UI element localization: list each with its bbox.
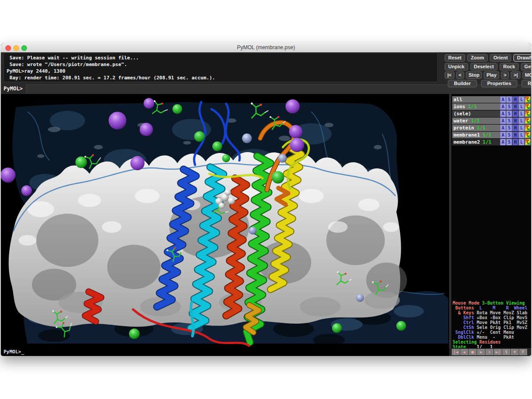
object-name[interactable]: membrane1 — [452, 132, 480, 138]
color-menu-button[interactable]: C — [525, 139, 531, 145]
selecting-value[interactable]: Residues — [477, 340, 501, 344]
label-menu-button[interactable]: L — [519, 117, 524, 124]
frame-menu-button[interactable]: ▼ — [511, 349, 519, 355]
frame-prev-button[interactable]: ◀ — [460, 349, 468, 355]
mouse-ctrl-label: Ctrl — [453, 320, 474, 325]
console-line: Save: Please wait -- writing session fil… — [7, 55, 437, 61]
console-line: Save: wrote "/Users/piotr/membrane.pse". — [7, 61, 437, 68]
object-row-sele: (sele) A S H L C — [452, 110, 531, 117]
object-row-ions: ions 1/1 A S H L C — [452, 103, 531, 110]
object-state-count: 1/1 — [480, 139, 492, 145]
show-menu-button[interactable]: S — [506, 96, 512, 103]
object-name[interactable]: all — [452, 97, 462, 102]
play-button[interactable]: Play — [484, 71, 499, 79]
scene-button[interactable]: S — [502, 349, 510, 355]
label-menu-button[interactable]: L — [519, 96, 524, 103]
rock-button[interactable]: Rock — [500, 63, 519, 70]
viewport-command-prompt[interactable]: PyMOL>_ — [4, 349, 24, 355]
show-menu-button[interactable]: S — [506, 139, 512, 145]
frame-play-button[interactable]: ▶ — [477, 349, 485, 355]
show-menu-button[interactable]: S — [506, 125, 512, 131]
frame-first-button[interactable]: |◀ — [452, 349, 460, 355]
hide-menu-button[interactable]: H — [512, 96, 518, 103]
fullscreen-button[interactable]: F — [519, 349, 527, 355]
builder-button[interactable]: Builder — [448, 80, 477, 87]
show-menu-button[interactable]: S — [506, 117, 512, 124]
hide-menu-button[interactable]: H — [512, 117, 518, 124]
action-menu-button[interactable]: A — [500, 139, 506, 145]
color-menu-button[interactable]: C — [525, 110, 531, 117]
frame-last-button[interactable]: ▶| — [494, 349, 502, 355]
unpick-button[interactable]: Unpick — [445, 63, 468, 70]
mouse-keys-values: Rota Move MovZ Slab — [474, 310, 527, 315]
action-menu-button[interactable]: A — [500, 117, 506, 124]
object-name[interactable]: membrane2 — [452, 139, 480, 145]
action-menu-button[interactable]: A — [500, 96, 506, 103]
show-menu-button[interactable]: S — [506, 103, 512, 110]
object-state-count: 1/1 — [474, 125, 485, 131]
frame-playback-bar: |◀ ◀ ■ ▶ > ▶| S ▼ F — [449, 348, 531, 356]
color-menu-button[interactable]: C — [525, 103, 531, 110]
hide-menu-button[interactable]: H — [512, 125, 518, 131]
zoom-button[interactable]: Zoom — [467, 54, 488, 62]
object-name[interactable]: (sele) — [452, 111, 471, 117]
object-state-count: 1/1 — [468, 118, 480, 124]
color-menu-button[interactable]: C — [525, 117, 531, 124]
color-menu-button[interactable]: C — [525, 132, 531, 138]
step-back-button[interactable]: < — [456, 71, 464, 79]
show-menu-button[interactable]: S — [506, 132, 512, 138]
stop-button[interactable]: Stop — [466, 71, 482, 79]
action-menu-button[interactable]: A — [500, 110, 506, 117]
get-view-button[interactable]: Get View — [521, 63, 531, 70]
object-row-protein: protein 1/1 A S H L C — [452, 125, 531, 131]
object-name[interactable]: protein — [452, 125, 474, 131]
label-menu-button[interactable]: L — [519, 103, 524, 110]
console-log: Save: Please wait -- writing session fil… — [4, 53, 438, 82]
orient-button[interactable]: Orient — [490, 54, 511, 62]
internal-gui-panel: all A S H L C ions 1/1 A S H L C — [449, 94, 531, 348]
show-menu-button[interactable]: S — [506, 110, 512, 117]
object-name[interactable]: water — [452, 118, 468, 124]
selecting-label[interactable]: Selecting — [453, 340, 477, 344]
mclear-button[interactable]: MClear — [522, 71, 531, 79]
skip-to-end-button[interactable]: >| — [511, 71, 520, 79]
skip-to-start-button[interactable]: |< — [445, 71, 454, 79]
hide-menu-button[interactable]: H — [512, 139, 518, 145]
rebuild-button[interactable]: Rebuild — [521, 80, 531, 87]
molecular-scene — [1, 94, 449, 348]
action-menu-button[interactable]: A — [500, 103, 506, 110]
object-row-membrane1: membrane1 1/1 A S H L C — [452, 132, 531, 138]
mouse-buttons-label: Buttons — [453, 305, 474, 310]
action-menu-button[interactable]: A — [500, 125, 506, 131]
mouse-keys-label: & Keys — [453, 310, 474, 315]
mouse-mode-panel: Mouse Mode 3-Button Viewing Buttons L M … — [453, 301, 531, 349]
titlebar: PyMOL (membrane.pse) — [1, 43, 531, 53]
command-prompt-label: PyMOL> — [4, 86, 23, 92]
label-menu-button[interactable]: L — [519, 110, 524, 117]
action-menu-button[interactable]: A — [500, 132, 506, 138]
label-menu-button[interactable]: L — [519, 139, 524, 145]
control-row-2: Unpick Deselect Rock Get View — [445, 63, 531, 70]
label-menu-button[interactable]: L — [519, 125, 524, 131]
label-menu-button[interactable]: L — [519, 132, 524, 138]
properties-button[interactable]: Properties — [481, 80, 517, 87]
prompt-text: PyMOL> — [4, 349, 21, 355]
draw-ray-button[interactable]: Draw/Ray▾ — [513, 54, 531, 62]
top-panel: Save: Please wait -- writing session fil… — [1, 52, 531, 94]
frame-stop-button[interactable]: ■ — [469, 349, 477, 355]
deselect-button[interactable]: Deselect — [470, 63, 497, 70]
mouse-mode-label[interactable]: Mouse Mode — [453, 301, 479, 305]
step-forward-button[interactable]: > — [501, 71, 509, 79]
pymol-window: PyMOL (membrane.pse) Save: Please wait -… — [1, 43, 531, 356]
color-menu-button[interactable]: C — [525, 125, 531, 131]
reset-button[interactable]: Reset — [445, 54, 465, 62]
frame-next-button[interactable]: > — [485, 349, 493, 355]
hide-menu-button[interactable]: H — [512, 110, 518, 117]
hide-menu-button[interactable]: H — [512, 132, 518, 138]
control-row-1: Reset Zoom Orient Draw/Ray▾ — [445, 54, 531, 62]
hide-menu-button[interactable]: H — [512, 103, 518, 110]
color-menu-button[interactable]: C — [525, 96, 531, 103]
mouse-shft-values: +Box -Box Clip MovS — [474, 315, 527, 320]
viewport-3d[interactable] — [1, 94, 449, 348]
object-name[interactable]: ions — [452, 104, 466, 110]
